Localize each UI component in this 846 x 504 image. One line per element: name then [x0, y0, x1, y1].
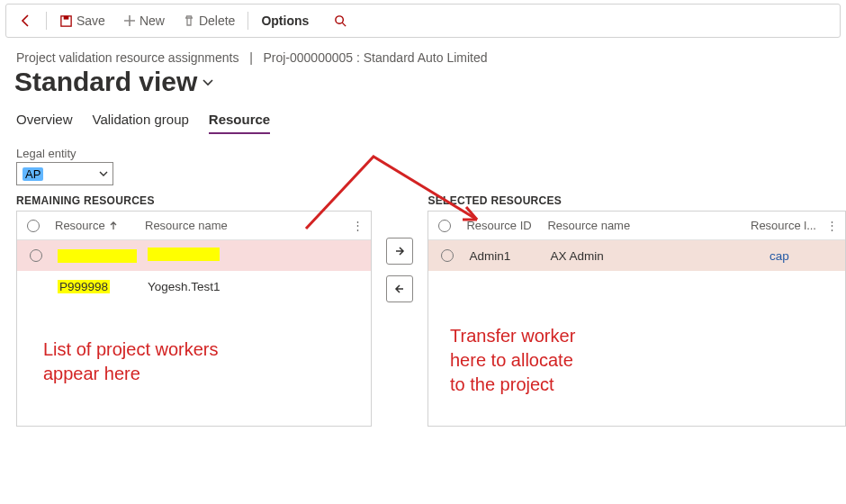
row0-legal: cap [764, 249, 845, 263]
delete-button[interactable]: Delete [176, 10, 242, 32]
move-right-button[interactable] [386, 238, 413, 265]
selected-title: SELECTED RESOURCES [428, 194, 846, 207]
remaining-header: Resource Resource name ⋮ [17, 212, 371, 240]
search-button[interactable] [327, 11, 355, 32]
toolbar: Save New Delete Options [5, 4, 841, 38]
grid-more-icon[interactable]: ⋮ [352, 219, 364, 232]
col-resource-name[interactable]: Resource name [140, 219, 352, 232]
trash-icon [183, 14, 195, 27]
search-icon [334, 14, 347, 28]
new-label: New [140, 14, 165, 28]
breadcrumb-page: Project validation resource assignments [16, 50, 238, 65]
svg-rect-1 [64, 15, 69, 19]
legal-entity-combo[interactable]: AP [16, 162, 113, 185]
redacted-name [148, 248, 220, 261]
col-resource-name[interactable]: Resource name [542, 219, 745, 232]
col-resource-id[interactable]: Resource ID [461, 219, 542, 232]
row1-resource-highlight: P999998 [58, 280, 110, 293]
tabs: Overview Validation group Resource [16, 112, 846, 134]
transfer-controls [386, 238, 413, 427]
table-row[interactable]: P999998 Yogesh.Test1 [17, 271, 371, 302]
remaining-grid: Resource Resource name ⋮ P999998 Yogesh.… [16, 211, 372, 427]
options-label: Options [261, 14, 309, 28]
row0-rid: Admin1 [464, 249, 544, 263]
select-all[interactable] [17, 220, 50, 232]
panels: REMAINING RESOURCES Resource Resource na… [16, 194, 846, 427]
col-resource-legal[interactable]: Resource l... [745, 219, 826, 232]
separator [46, 12, 47, 30]
legal-entity-label: Legal entity [16, 147, 846, 160]
sort-asc-icon [109, 221, 118, 230]
grid-more-icon[interactable]: ⋮ [826, 219, 838, 232]
arrow-left-icon [19, 14, 33, 28]
row1-name: Yogesh.Test1 [142, 280, 371, 293]
tab-overview[interactable]: Overview [16, 112, 73, 134]
selected-header: Resource ID Resource name Resource l... … [428, 212, 845, 240]
col-resource[interactable]: Resource [50, 219, 140, 232]
row-radio[interactable] [30, 249, 42, 262]
row-radio[interactable] [441, 249, 454, 262]
view-title-text: Standard view [14, 67, 197, 97]
legal-entity-field: Legal entity AP [16, 147, 846, 185]
back-button[interactable] [12, 10, 40, 32]
tab-validation-group[interactable]: Validation group [93, 112, 189, 134]
options-button[interactable]: Options [254, 10, 316, 32]
move-left-button[interactable] [386, 275, 413, 302]
chevron-down-icon [201, 75, 215, 89]
svg-point-2 [336, 15, 343, 22]
remaining-panel: REMAINING RESOURCES Resource Resource na… [16, 194, 372, 427]
new-button[interactable]: New [116, 10, 172, 32]
redacted-resource [58, 249, 137, 263]
breadcrumb: Project validation resource assignments … [16, 50, 846, 65]
plus-icon [123, 14, 136, 27]
legal-entity-value: AP [22, 167, 43, 181]
view-title[interactable]: Standard view [14, 67, 846, 97]
svg-line-3 [343, 22, 346, 26]
save-button[interactable]: Save [52, 10, 112, 32]
breadcrumb-context: Proj-000000005 : Standard Auto Limited [263, 50, 487, 65]
remaining-title: REMAINING RESOURCES [16, 194, 372, 207]
save-icon [59, 14, 73, 28]
table-row[interactable] [17, 240, 371, 271]
arrow-left-icon [392, 282, 407, 296]
select-all[interactable] [428, 220, 461, 232]
chevron-down-icon [98, 168, 109, 179]
save-label: Save [76, 14, 105, 28]
delete-label: Delete [199, 14, 235, 28]
table-row[interactable]: Admin1 AX Admin cap [428, 240, 845, 271]
row0-name: AX Admin [544, 249, 764, 263]
arrow-right-icon [392, 244, 407, 258]
tab-resource[interactable]: Resource [209, 112, 270, 134]
separator [248, 12, 248, 30]
selected-panel: SELECTED RESOURCES Resource ID Resource … [428, 194, 846, 427]
selected-grid: Resource ID Resource name Resource l... … [428, 211, 846, 427]
